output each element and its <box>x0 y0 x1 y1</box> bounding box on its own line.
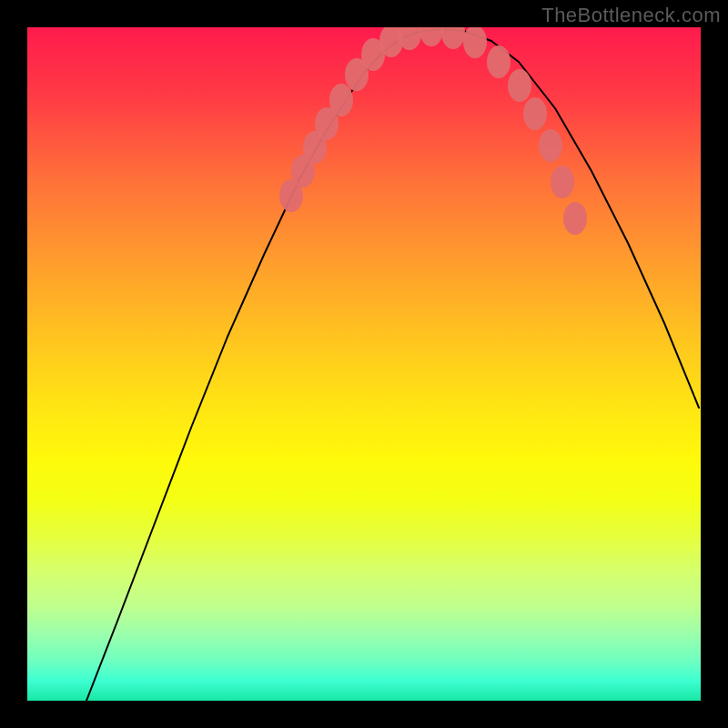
bead-markers <box>279 27 587 235</box>
bead-marker <box>539 129 562 162</box>
bead-marker <box>329 84 353 116</box>
bead-marker <box>487 46 511 78</box>
chart-frame: TheBottleneck.com <box>0 0 728 728</box>
watermark-text: TheBottleneck.com <box>541 4 721 27</box>
curve-line <box>86 29 699 701</box>
bead-marker <box>441 27 465 49</box>
bead-marker <box>463 27 487 58</box>
bead-marker <box>551 166 574 198</box>
bead-marker <box>420 27 443 46</box>
bead-marker <box>508 69 531 102</box>
chart-svg <box>27 27 701 701</box>
bead-marker <box>563 202 587 235</box>
curve-path <box>86 29 699 701</box>
bead-marker <box>523 97 547 130</box>
plot-area <box>27 27 701 701</box>
